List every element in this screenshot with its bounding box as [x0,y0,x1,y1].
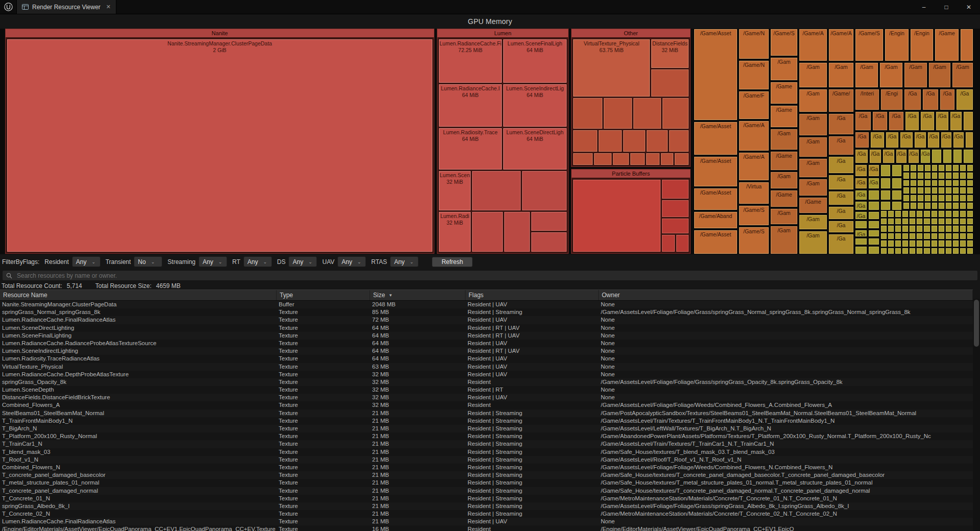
treemap-block[interactable] [630,153,645,165]
treemap-block-ga[interactable]: /Ga [941,132,951,148]
treemap-block[interactable] [623,130,645,152]
treemap-block-virtua[interactable]: /Virtua [739,182,769,204]
treemap-block-game-aband[interactable]: /Game/Aband [694,212,737,228]
treemap-block-game[interactable]: /Game [935,29,959,61]
table-row[interactable]: T_Roof_v1_NTexture21 MBResident | Stream… [0,456,973,464]
treemap-block[interactable] [939,226,944,232]
treemap-block-game-a[interactable]: /Game/A [799,29,827,61]
treemap-block[interactable] [946,226,951,232]
treemap-block[interactable] [953,240,959,247]
treemap-block-ga[interactable]: /Ga [953,132,964,148]
treemap-block[interactable] [917,219,922,225]
treemap-block[interactable] [939,165,944,171]
treemap-block-nanite-streamingmanager-clusterpagedata[interactable]: Nanite.StreamingManager.ClusterPageData2… [7,39,432,252]
treemap-block[interactable] [939,180,944,186]
column-header-type[interactable]: Type [277,290,370,300]
treemap-block[interactable] [472,171,521,210]
treemap-block[interactable] [939,203,944,209]
treemap-block[interactable] [939,173,944,179]
treemap-block[interactable] [472,212,503,252]
treemap-block-ga[interactable]: /Ga [923,89,938,110]
treemap-block[interactable] [964,150,973,163]
treemap-block[interactable] [925,195,930,201]
treemap-block[interactable] [676,235,689,252]
treemap-block[interactable] [531,232,567,252]
treemap-block[interactable] [924,240,929,247]
filter-combo-rt[interactable]: Any⌄ [243,256,272,267]
treemap-block-game[interactable]: /Game [771,152,797,170]
treemap-block[interactable] [932,219,937,225]
treemap-block[interactable] [910,248,915,254]
treemap-block-ga[interactable]: /Ga [829,221,853,232]
treemap-block[interactable] [960,219,966,225]
treemap-block[interactable] [651,69,689,96]
treemap-block-ga[interactable]: /Ga [900,132,913,148]
minimize-button[interactable]: – [913,0,935,14]
treemap-block[interactable] [953,150,962,163]
table-row[interactable]: Lumen.SceneDirectLightingTexture64 MBRes… [0,324,973,332]
treemap-block[interactable] [953,180,959,186]
treemap-block[interactable] [918,180,923,186]
treemap-block[interactable] [881,211,887,217]
table-row[interactable]: Lumen.SceneDepthTexture32 MBResident | R… [0,386,973,394]
treemap-block[interactable] [953,173,959,179]
treemap-block[interactable] [932,195,938,201]
treemap-block-ga[interactable]: /Ga [855,212,867,219]
treemap-block[interactable] [939,233,944,239]
treemap-block[interactable] [946,173,951,179]
treemap-block[interactable] [902,226,908,232]
treemap-block-game[interactable]: /Game [771,190,797,207]
treemap-block[interactable] [917,240,922,247]
treemap-block-ga[interactable]: /Ga [855,190,867,200]
treemap-block[interactable] [903,203,909,209]
treemap-block[interactable] [932,203,938,209]
table-row[interactable]: Lumen.Radiosity.TraceRadianceAtlasTextur… [0,355,973,363]
treemap-block[interactable] [910,226,915,232]
treemap-block[interactable] [953,187,959,194]
treemap-block-ga[interactable]: /Ga [855,165,867,176]
treemap-block[interactable] [946,165,951,171]
treemap-block[interactable] [924,226,929,232]
filter-combo-transient[interactable]: No⌄ [134,256,162,267]
treemap-block[interactable] [895,211,901,217]
treemap-block[interactable] [910,211,915,217]
treemap-block[interactable] [881,202,890,210]
treemap-block[interactable] [902,211,908,217]
filter-combo-ds[interactable]: Any⌄ [288,256,317,267]
treemap-block[interactable] [953,219,959,225]
treemap-block-engin[interactable]: /Engin [885,29,909,61]
treemap-block[interactable] [960,248,966,254]
treemap-block[interactable] [967,219,973,225]
treemap-block[interactable] [932,248,937,254]
treemap-block[interactable] [599,130,622,152]
treemap-block[interactable] [911,180,916,186]
column-header-resource-name[interactable]: Resource Name [0,290,277,300]
table-scrollbar[interactable] [973,299,980,531]
treemap-block-gam[interactable]: /Gam [771,172,797,188]
treemap-block-gam[interactable]: /Gam [799,89,827,112]
treemap-block[interactable] [967,165,973,171]
treemap-block-gam[interactable]: /Gam [771,209,797,224]
treemap-block-game[interactable]: /Game [771,82,797,104]
treemap-block-ga[interactable]: /Ga [869,178,879,188]
treemap-block[interactable] [967,203,973,209]
treemap-block[interactable] [903,195,909,201]
treemap-block[interactable] [855,221,867,228]
treemap-block[interactable] [924,219,929,225]
treemap-block-ga[interactable]: /Ga [950,112,962,130]
treemap-block[interactable] [895,233,901,239]
treemap-block[interactable] [895,226,901,232]
treemap-block[interactable] [910,240,915,247]
treemap-block[interactable] [960,203,966,209]
treemap-block-game-asset[interactable]: /Game/Asset [694,230,737,254]
treemap-block[interactable] [960,165,966,171]
treemap-block-ga[interactable]: /Ga [855,150,868,163]
treemap-block-game[interactable]: /Game [799,198,827,213]
treemap-block[interactable] [910,233,915,239]
treemap-block[interactable] [888,240,894,247]
treemap-block[interactable] [932,180,938,186]
treemap-block-game-s[interactable]: /Game/S [739,227,769,254]
treemap-block[interactable] [881,219,887,225]
treemap-block[interactable] [946,219,951,225]
treemap-block[interactable] [946,248,951,254]
